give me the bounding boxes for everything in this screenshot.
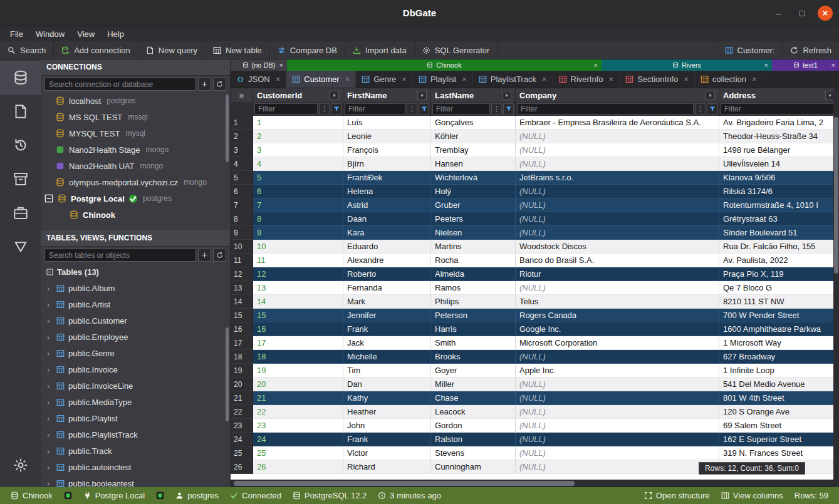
rail-gear-icon[interactable] [0, 448, 41, 482]
row-number[interactable]: 8 [231, 212, 253, 226]
column-header-lastname[interactable]: LastName▾ [431, 88, 516, 102]
filter-menu-icon[interactable]: ⋮ [319, 103, 330, 115]
cell-lastname[interactable]: Chase [431, 391, 516, 405]
cell-address[interactable]: 1498 rue Bélanger [719, 143, 839, 157]
cell-lastname[interactable]: Holý [431, 185, 516, 198]
row-number[interactable]: 6 [231, 185, 253, 198]
cell-company[interactable]: (NULL) [516, 185, 719, 198]
filter-input-customerid[interactable] [254, 103, 318, 115]
cell-company[interactable]: (NULL) [516, 350, 719, 364]
column-header-firstname[interactable]: FirstName▾ [343, 88, 431, 102]
filter-funnel-icon[interactable] [331, 103, 341, 115]
menu-window[interactable]: Window [29, 26, 71, 41]
tab-json[interactable]: {}JSON× [231, 71, 286, 88]
table-row[interactable]: 2222HeatherLeacock(NULL)120 S Orange Ave [231, 405, 839, 419]
cell-lastname[interactable]: Gonçalves [431, 116, 516, 130]
row-number[interactable]: 9 [231, 226, 253, 240]
cell-lastname[interactable]: Hansen [431, 157, 516, 171]
filter-input-address[interactable] [721, 103, 837, 115]
table-row[interactable]: 1919TimGoyerApple Inc.1 Infinite Loop [231, 364, 839, 378]
cell-address[interactable]: Praça Pio X, 119 [719, 267, 839, 281]
connection-item[interactable]: Postgre Localpostgres [41, 190, 230, 207]
tab-close-icon[interactable]: × [402, 75, 407, 84]
row-number[interactable]: 1 [231, 116, 253, 130]
table-row[interactable]: 22LeonieKöhler(NULL)Theodor-Heuss-Straße… [231, 130, 839, 143]
table-row[interactable]: 2020DanMiller(NULL)541 Del Medio Avenue [231, 378, 839, 391]
table-item[interactable]: ›public.PlaylistTrack [41, 426, 230, 443]
close-icon[interactable]: × [594, 61, 598, 69]
cell-firstname[interactable]: Richard [343, 460, 431, 474]
cell-address[interactable]: 162 E Superior Street [719, 433, 839, 446]
column-dropdown-icon[interactable]: ▾ [417, 91, 427, 100]
refresh-tables-button[interactable] [213, 249, 226, 262]
cell-company[interactable]: Embraer - Empresa Brasileira de Aeronáut… [516, 116, 719, 130]
cell-firstname[interactable]: Dan [343, 378, 431, 391]
cell-address[interactable]: 8210 111 ST NW [719, 295, 839, 309]
cell-address[interactable]: Theodor-Heuss-Straße 34 [719, 130, 839, 143]
cell-customerid[interactable]: 21 [253, 391, 343, 405]
row-number[interactable]: 4 [231, 157, 253, 171]
toolbar-refresh[interactable]: Refresh [782, 41, 839, 59]
table-item[interactable]: ›public.Track [41, 443, 230, 459]
rail-briefcase-icon[interactable] [0, 196, 41, 230]
cell-address[interactable]: Qe 7 Bloco G [719, 281, 839, 295]
table-item[interactable]: ›public.MediaType [41, 394, 230, 410]
connection-item[interactable]: Nano2Health Stagemongo [41, 141, 230, 158]
tab-group-test1[interactable]: test1× [772, 59, 839, 71]
tab-group-chinook[interactable]: Chinook× [287, 59, 602, 71]
rail-archive-icon[interactable] [0, 162, 41, 196]
row-number[interactable]: 15 [231, 309, 253, 322]
cell-company[interactable]: (NULL) [516, 130, 719, 143]
status-connected[interactable]: Connected [224, 491, 287, 500]
cell-customerid[interactable]: 9 [253, 226, 343, 240]
horizontal-scrollbar[interactable] [231, 480, 839, 487]
row-number[interactable]: 17 [231, 336, 253, 350]
column-dropdown-icon[interactable]: ▾ [330, 91, 339, 100]
column-header-company[interactable]: Company▾ [516, 88, 719, 102]
cell-customerid[interactable]: 18 [253, 350, 343, 364]
cell-company[interactable]: (NULL) [516, 460, 719, 474]
cell-lastname[interactable]: Harris [431, 322, 516, 336]
row-number[interactable]: 10 [231, 240, 253, 254]
connection-item[interactable]: Nano2Health UATmongo [41, 158, 230, 174]
connection-item[interactable]: olympus-medportal.vychozi.czmongo [41, 174, 230, 190]
row-number[interactable]: 18 [231, 350, 253, 364]
rail-history-icon[interactable] [0, 128, 41, 162]
filter-funnel-icon[interactable] [419, 103, 429, 115]
cell-customerid[interactable]: 5 [253, 171, 343, 185]
cell-lastname[interactable]: Gordon [431, 419, 516, 433]
cell-firstname[interactable]: Roberto [343, 267, 431, 281]
cell-firstname[interactable]: Heather [343, 405, 431, 419]
cell-customerid[interactable]: 6 [253, 185, 343, 198]
menu-help[interactable]: Help [101, 26, 130, 41]
vertical-scrollbar[interactable] [833, 88, 839, 480]
menu-file[interactable]: File [4, 26, 29, 41]
connection-item[interactable]: MYSQL TESTmysql [41, 125, 230, 141]
vertical-scrollbar-thumb[interactable] [834, 117, 838, 274]
table-item[interactable]: ›public.Album [41, 280, 230, 296]
cell-customerid[interactable]: 7 [253, 198, 343, 212]
tab-sectioninfo[interactable]: SectionInfo× [620, 71, 695, 88]
toolbar-search[interactable]: Search [0, 41, 54, 59]
cell-company[interactable]: Rogers Canada [516, 309, 719, 322]
cell-company[interactable]: (NULL) [516, 378, 719, 391]
cell-firstname[interactable]: Eduardo [343, 240, 431, 254]
table-row[interactable]: 88DaanPeeters(NULL)Grétrystraat 63 [231, 212, 839, 226]
table-item[interactable]: ›public.Invoice [41, 361, 230, 378]
table-item[interactable]: ›public.autoinctest [41, 459, 230, 475]
table-row[interactable]: 1212RobertoAlmeidaRioturPraça Pio X, 119 [231, 267, 839, 281]
cell-company[interactable]: (NULL) [516, 198, 719, 212]
refresh-connections-button[interactable] [213, 78, 226, 91]
cell-customerid[interactable]: 10 [253, 240, 343, 254]
toolbar-import-data[interactable]: Import data [345, 41, 415, 59]
column-dropdown-icon[interactable]: ▾ [502, 91, 511, 100]
cell-address[interactable]: Sínder Boulevard 51 [719, 226, 839, 240]
cell-lastname[interactable]: Leacock [431, 405, 516, 419]
tab-playlisttrack[interactable]: PlaylistTrack× [473, 71, 553, 88]
cell-customerid[interactable]: 19 [253, 364, 343, 378]
cell-address[interactable]: 627 Broadway [719, 350, 839, 364]
filter-input-lastname[interactable] [432, 103, 490, 115]
table-row[interactable]: 1818MichelleBrooks(NULL)627 Broadway [231, 350, 839, 364]
column-header-customerid[interactable]: CustomerId▾ [253, 88, 343, 102]
tables-search-input[interactable] [44, 249, 196, 262]
